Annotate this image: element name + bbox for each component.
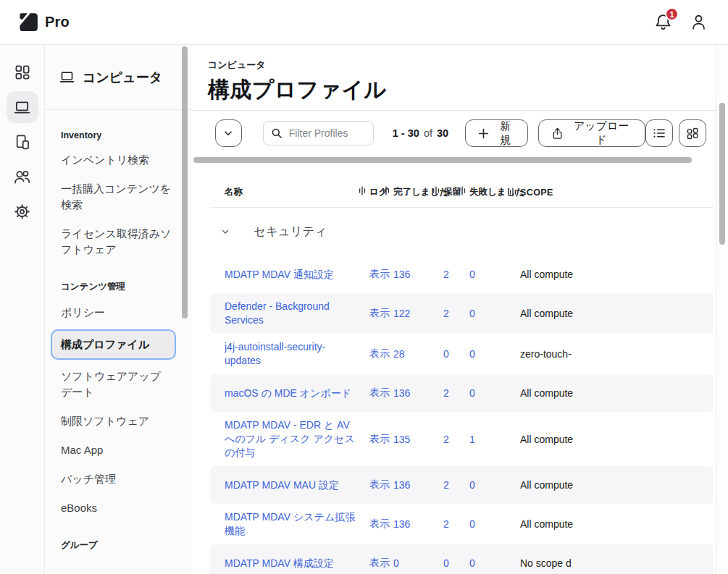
table-row: MDATP MDAV システム拡張機能 表示 136 2 0 All compu… bbox=[210, 504, 714, 544]
sidebar-item-mac-app[interactable]: Mac App bbox=[61, 436, 172, 464]
completed-count-link[interactable]: 122 bbox=[393, 308, 443, 319]
profile-name-link[interactable]: j4j-autoinstall-security-updates bbox=[225, 340, 369, 368]
rail-devices-button[interactable] bbox=[7, 126, 38, 158]
notification-badge: 1 bbox=[665, 7, 679, 21]
sidebar-scrollbar[interactable] bbox=[182, 46, 188, 318]
horizontal-scrollbar[interactable] bbox=[193, 157, 692, 163]
sidebar-item-configuration-profiles[interactable]: 構成プロファイル bbox=[51, 329, 176, 360]
group-label: セキュリティ bbox=[254, 224, 327, 240]
failed-count-link[interactable]: 0 bbox=[469, 348, 520, 360]
rail-dashboard-button[interactable] bbox=[7, 56, 38, 88]
log-link[interactable]: 表示 bbox=[369, 433, 393, 446]
rail-users-button[interactable] bbox=[7, 161, 38, 193]
column-header-name[interactable]: 名称 bbox=[225, 186, 369, 198]
new-button[interactable]: 新規 bbox=[465, 119, 528, 147]
failed-count-link[interactable]: 0 bbox=[469, 269, 520, 280]
main-content: コンピュータ 構成プロファイル bbox=[192, 45, 728, 574]
grid-view-button[interactable] bbox=[679, 119, 706, 147]
scope-cell: No scope d bbox=[520, 557, 714, 569]
settings-icon bbox=[14, 203, 30, 220]
log-link[interactable]: 表示 bbox=[369, 387, 393, 400]
scope-cell: All compute bbox=[520, 518, 714, 530]
profile-name-link[interactable]: Defender - Background Services bbox=[225, 300, 369, 327]
completed-count-link[interactable]: 136 bbox=[393, 269, 443, 280]
completed-count-link[interactable]: 136 bbox=[393, 479, 443, 491]
completed-count-link[interactable]: 136 bbox=[393, 387, 443, 399]
breadcrumb[interactable]: コンピュータ bbox=[208, 59, 716, 72]
column-header-log[interactable]: ログ bbox=[369, 186, 393, 198]
users-icon bbox=[14, 169, 30, 185]
pending-count-link[interactable]: 2 bbox=[443, 479, 469, 491]
profile-name-link[interactable]: MDATP MDAV システム拡張機能 bbox=[225, 510, 369, 538]
column-header-scope[interactable]: SCOPE bbox=[520, 187, 714, 198]
list-view-button[interactable] bbox=[645, 119, 673, 147]
scope-cell: All compute bbox=[520, 434, 714, 445]
profile-name-link[interactable]: MDATP MDAV MAU 設定 bbox=[225, 478, 369, 492]
completed-count-link[interactable]: 28 bbox=[393, 348, 443, 360]
table-row: MDATP MDAV 通知設定 表示 136 2 0 All compute bbox=[210, 256, 714, 293]
sort-handle-icon bbox=[382, 186, 390, 195]
pending-count-link[interactable]: 2 bbox=[443, 518, 469, 530]
toolbar: 1 - 30 of 30 新規 bbox=[192, 116, 716, 151]
sidebar-item-restricted-software[interactable]: 制限ソフトウェア bbox=[61, 408, 172, 435]
account-icon bbox=[690, 13, 708, 31]
profile-name-link[interactable]: MDATP MDAV 通知設定 bbox=[225, 268, 369, 282]
rail-computers-button[interactable] bbox=[7, 91, 38, 123]
vertical-scrollbar[interactable] bbox=[719, 103, 725, 245]
sidebar-item-policies[interactable]: ポリシー bbox=[61, 299, 172, 326]
failed-count-link[interactable]: 1 bbox=[469, 434, 520, 445]
table-row: j4j-autoinstall-security-updates 表示 28 0… bbox=[210, 334, 714, 374]
log-link[interactable]: 表示 bbox=[369, 557, 393, 570]
pending-count-link[interactable]: 0 bbox=[443, 557, 469, 569]
failed-count-link[interactable]: 0 bbox=[469, 308, 520, 319]
laptop-icon bbox=[59, 69, 75, 85]
pending-count-link[interactable]: 0 bbox=[443, 348, 469, 360]
list-view-icon bbox=[653, 128, 666, 138]
group-collapse-chevron-icon[interactable] bbox=[221, 227, 230, 236]
completed-count-link[interactable]: 0 bbox=[393, 557, 443, 569]
sidebar-item-software-updates[interactable]: ソフトウェアアップデート bbox=[61, 363, 172, 406]
log-link[interactable]: 表示 bbox=[369, 518, 393, 531]
grid-view-icon bbox=[687, 127, 699, 140]
sidebar-item-patch-management[interactable]: パッチ管理 bbox=[61, 465, 172, 493]
pending-count-link[interactable]: 2 bbox=[443, 269, 469, 280]
vertical-scrollbar-track bbox=[716, 45, 728, 574]
profile-name-link[interactable]: MDATP MDAV 構成設定 bbox=[225, 557, 369, 570]
notifications-button[interactable]: 1 bbox=[654, 13, 672, 31]
sidebar-item-licensed-software[interactable]: ライセンス取得済みソフトウェア bbox=[61, 220, 172, 263]
collapse-groups-button[interactable] bbox=[215, 119, 242, 147]
log-link[interactable]: 表示 bbox=[369, 307, 393, 320]
sidebar-item-volume-purchases[interactable]: 一括購入コンテンツを検索 bbox=[61, 175, 172, 219]
table-row: macOS の MDE オンボード 表示 136 2 0 All compute bbox=[210, 374, 714, 412]
profile-name-link[interactable]: MDATP MDAV - EDR と AV へのフル ディスク アクセスの付与 bbox=[225, 418, 369, 460]
account-button[interactable] bbox=[690, 13, 708, 31]
sidebar-item-ebooks[interactable]: eBooks bbox=[61, 494, 172, 522]
completed-count-link[interactable]: 136 bbox=[393, 518, 443, 530]
devices-icon bbox=[14, 134, 30, 150]
rail-settings-button[interactable] bbox=[7, 195, 38, 227]
completed-count-link[interactable]: 135 bbox=[393, 434, 443, 445]
filter-profiles-field[interactable] bbox=[263, 121, 374, 145]
pending-count-link[interactable]: 2 bbox=[443, 387, 469, 399]
section-label-content-management: コンテンツ管理 bbox=[61, 281, 172, 293]
log-link[interactable]: 表示 bbox=[369, 268, 393, 281]
filter-profiles-input[interactable] bbox=[288, 127, 367, 140]
scope-cell: All compute bbox=[520, 269, 714, 280]
failed-count-link[interactable]: 0 bbox=[469, 557, 520, 569]
scope-cell: All compute bbox=[520, 308, 714, 319]
pending-count-link[interactable]: 2 bbox=[443, 434, 469, 445]
jamf-logo-icon bbox=[19, 12, 38, 32]
sidebar-item-inventory-search[interactable]: インベントリ検索 bbox=[61, 146, 172, 174]
sort-handle-icon bbox=[509, 187, 516, 197]
page-title: 構成プロファイル bbox=[208, 75, 716, 105]
log-link[interactable]: 表示 bbox=[369, 347, 393, 360]
log-link[interactable]: 表示 bbox=[369, 478, 393, 491]
profile-name-link[interactable]: macOS の MDE オンボード bbox=[225, 387, 369, 400]
failed-count-link[interactable]: 0 bbox=[469, 387, 520, 399]
failed-count-link[interactable]: 0 bbox=[469, 518, 520, 530]
scope-cell: All compute bbox=[520, 387, 714, 399]
pending-count-link[interactable]: 2 bbox=[443, 308, 469, 319]
upload-button[interactable]: アップロード bbox=[538, 119, 645, 147]
failed-count-link[interactable]: 0 bbox=[469, 479, 520, 491]
brand[interactable]: Pro bbox=[19, 12, 70, 32]
